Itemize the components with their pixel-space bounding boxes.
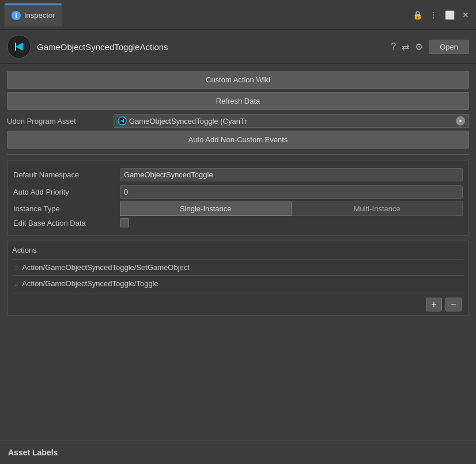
remove-action-button[interactable]: − bbox=[445, 298, 462, 311]
udon-asset-icon bbox=[118, 116, 127, 125]
maximize-icon[interactable]: ⬜ bbox=[444, 9, 455, 21]
actions-section: Actions ≡ Action/GameObjectSyncedToggle/… bbox=[7, 241, 469, 315]
instance-type-label: Instance Type bbox=[13, 204, 120, 213]
layout-icon[interactable]: ⇄ bbox=[402, 41, 409, 52]
settings-icon[interactable]: ⚙ bbox=[415, 41, 423, 52]
instance-type-buttons: Single-Instance Multi-Instance bbox=[120, 201, 463, 216]
action-item-1: ≡ Action/GameObjectSyncedToggle/Toggle bbox=[12, 275, 464, 291]
action-handle-1[interactable]: ≡ bbox=[14, 280, 17, 287]
edit-base-action-checkbox[interactable] bbox=[120, 218, 129, 227]
header-icons: ? ⇄ ⚙ Open bbox=[391, 40, 469, 54]
object-name: GameObjectSyncedToggleActions bbox=[37, 42, 385, 52]
asset-labels-bar: Asset Labels bbox=[0, 440, 476, 464]
refresh-data-button[interactable]: Refresh Data bbox=[7, 92, 469, 110]
action-handle-0[interactable]: ≡ bbox=[14, 264, 17, 271]
inspector-tab[interactable]: i Inspector bbox=[5, 3, 62, 26]
default-namespace-row: Default Namespace GameObjectSyncedToggle bbox=[13, 167, 463, 182]
multi-instance-button[interactable]: Multi-Instance bbox=[292, 201, 463, 216]
header-section: GameObjectSyncedToggleActions ? ⇄ ⚙ Open bbox=[0, 30, 476, 64]
udon-program-asset-row: Udon Program Asset GameObjectSyncedToggl… bbox=[7, 113, 469, 128]
instance-type-row: Instance Type Single-Instance Multi-Inst… bbox=[13, 201, 463, 216]
object-logo bbox=[7, 35, 31, 59]
add-action-button[interactable]: + bbox=[426, 298, 442, 311]
info-icon: i bbox=[12, 11, 21, 20]
close-icon[interactable]: ✕ bbox=[460, 9, 471, 21]
default-namespace-value[interactable]: GameObjectSyncedToggle bbox=[120, 168, 463, 181]
action-text-1: Action/GameObjectSyncedToggle/Toggle bbox=[22, 279, 158, 288]
edit-base-action-label: Edit Base Action Data bbox=[13, 219, 120, 227]
udon-program-asset-value[interactable]: GameObjectSyncedToggle (CyanTr ● bbox=[114, 114, 469, 128]
auto-add-priority-label: Auto Add Priority bbox=[13, 188, 120, 196]
auto-add-priority-row: Auto Add Priority 0 bbox=[13, 184, 463, 199]
title-bar-controls: 🔒 ⋮ ⬜ ✕ bbox=[411, 9, 471, 21]
asset-labels-title: Asset Labels bbox=[8, 448, 58, 457]
default-namespace-label: Default Namespace bbox=[13, 170, 120, 179]
udon-program-asset-label: Udon Program Asset bbox=[7, 117, 114, 125]
custom-action-wiki-button[interactable]: Custom Action Wiki bbox=[7, 71, 469, 89]
auto-add-non-custom-button[interactable]: Auto Add Non-Custom Events bbox=[7, 131, 469, 149]
more-icon[interactable]: ⋮ bbox=[428, 9, 439, 21]
help-icon[interactable]: ? bbox=[391, 41, 396, 52]
actions-footer: + − bbox=[12, 294, 464, 315]
udon-asset-dot-button[interactable]: ● bbox=[456, 116, 465, 125]
actions-title: Actions bbox=[12, 246, 464, 254]
auto-add-priority-value[interactable]: 0 bbox=[120, 185, 463, 199]
edit-base-action-row: Edit Base Action Data bbox=[13, 218, 463, 227]
open-button[interactable]: Open bbox=[429, 40, 469, 54]
main-content: Custom Action Wiki Refresh Data Udon Pro… bbox=[0, 64, 476, 322]
divider-1 bbox=[7, 154, 469, 155]
properties-panel: Default Namespace GameObjectSyncedToggle… bbox=[7, 161, 469, 236]
single-instance-button[interactable]: Single-Instance bbox=[120, 201, 292, 216]
action-item-0: ≡ Action/GameObjectSyncedToggle/SetGameO… bbox=[12, 259, 464, 275]
title-bar: i Inspector 🔒 ⋮ ⬜ ✕ bbox=[0, 0, 476, 30]
inspector-tab-label: Inspector bbox=[24, 11, 55, 20]
action-text-0: Action/GameObjectSyncedToggle/SetGameObj… bbox=[22, 263, 189, 272]
lock-icon[interactable]: 🔒 bbox=[411, 9, 423, 21]
udon-asset-text: GameObjectSyncedToggle (CyanTr bbox=[129, 117, 247, 125]
